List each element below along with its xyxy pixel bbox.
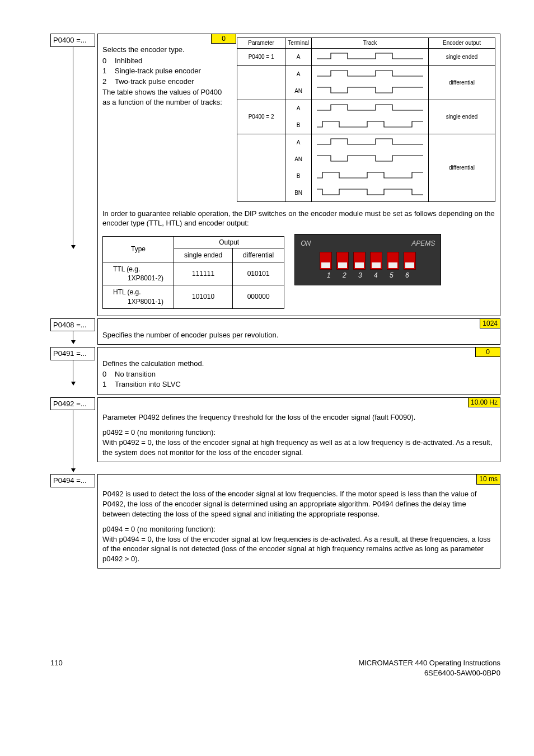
enc-type: HTL (e.g.1XP8001-1) <box>103 285 174 308</box>
connector-arrow <box>73 360 95 385</box>
dip-num: 4 <box>370 271 381 280</box>
p0491-row: P0491 =... 0 Defines the calculation met… <box>50 347 500 395</box>
p0408-row: P0408 =... 1024 Specifies the number of … <box>50 318 500 345</box>
p0492-default-highlight: 10.00 Hz <box>468 397 500 407</box>
p0408-label: P0408 =... <box>50 318 95 332</box>
connector-arrow <box>73 410 95 472</box>
wave-track <box>312 65 429 83</box>
wave-sig: A <box>285 100 312 117</box>
p0400-intro: Selects the encoder type. <box>102 45 231 55</box>
p0491-label: P0491 =... <box>50 347 95 360</box>
wave-out: differential <box>429 134 495 201</box>
enc-val: 101010 <box>174 285 233 308</box>
p0492-para1: Parameter P0492 defines the frequency th… <box>102 412 495 422</box>
footer-line1: MICROMASTER 440 Operating Instructions <box>358 658 500 668</box>
opt-text: No transition <box>115 370 156 378</box>
p0400-label: P0400 =... <box>50 34 95 47</box>
opt-num: 0 <box>102 56 115 66</box>
dip-num: 6 <box>401 271 413 280</box>
p0494-content: 10 ms P0492 is used to detect the loss o… <box>97 474 500 569</box>
wave-sig: AN <box>285 83 312 100</box>
opt-text: Single-track pulse encoder <box>115 67 201 75</box>
wave-track <box>312 117 429 134</box>
opt-text: Two-track pulse encoder <box>115 77 194 86</box>
wave-param <box>237 65 285 100</box>
enc-th: Type <box>103 236 174 262</box>
wave-out: single ended <box>429 48 495 65</box>
wave-track <box>312 100 429 117</box>
enc-th: single ended <box>174 248 233 262</box>
opt-num: 2 <box>102 77 115 87</box>
wave-param: P0400 = 1 <box>237 48 285 65</box>
wave-track <box>312 185 429 202</box>
wave-sig: B <box>285 168 312 185</box>
dip-num: 5 <box>386 271 397 280</box>
wave-sig: A <box>285 134 312 151</box>
wave-th: Parameter <box>237 38 285 49</box>
dip-brand-label: APEMS <box>411 239 435 248</box>
opt-num: 1 <box>102 379 115 389</box>
p0491-content: 0 Defines the calculation method. 0No tr… <box>97 347 500 395</box>
connector-arrow <box>73 47 73 248</box>
waveform-table: Parameter Terminal Track Encoder output … <box>237 37 495 202</box>
wave-sig: AN <box>285 151 312 168</box>
encoder-type-table: Type Output single ended differential TT… <box>102 236 284 309</box>
enc-type: TTL (e.g.1XP8001-2) <box>103 262 174 285</box>
opt-text: Inhibited <box>115 57 142 65</box>
dip-num: 1 <box>323 271 334 280</box>
wave-track <box>312 134 429 151</box>
opt-num: 0 <box>102 369 115 379</box>
p0494-default-highlight: 10 ms <box>476 474 500 484</box>
p0491-text: Defines the calculation method. <box>102 359 495 369</box>
p0494-label: P0494 =... <box>50 474 95 487</box>
footer-line2: 6SE6400-5AW00-0BP0 <box>358 668 500 678</box>
p0491-default-highlight: 0 <box>475 347 500 357</box>
opt-text: Transition into SLVC <box>115 380 181 388</box>
p0494-para1: P0492 is used to detect the loss of the … <box>102 489 495 519</box>
page-footer: 110 MICROMASTER 440 Operating Instructio… <box>50 658 500 678</box>
p0492-label: P0492 =... <box>50 397 95 411</box>
p0408-default-highlight: 1024 <box>480 318 500 328</box>
p0494-para2a: p0494 = 0 (no monitoring function): <box>102 524 495 534</box>
dip-on-label: ON <box>301 239 311 248</box>
wave-param <box>237 134 285 201</box>
opt-num: 1 <box>102 66 115 76</box>
dip-switch-image: ONAPEMS 1 2 3 4 5 6 <box>294 234 441 285</box>
p0494-para2b: With p0494 = 0, the loss of the encoder … <box>102 534 495 564</box>
p0400-content: 0 Selects the encoder type. 0Inhibited 1… <box>97 34 500 316</box>
enc-th: Output <box>174 236 284 248</box>
connector-arrow <box>73 331 95 344</box>
p0408-text: Specifies the number of encoder pulses p… <box>102 330 495 340</box>
wave-th: Encoder output <box>429 38 495 49</box>
dip-num: 3 <box>354 271 366 280</box>
p0492-para2b: With p0492 = 0, the loss of the encoder … <box>102 438 495 457</box>
p0408-content: 1024 Specifies the number of encoder pul… <box>97 318 500 345</box>
p0494-row: P0494 =... 10 ms P0492 is used to detect… <box>50 474 500 569</box>
p0400-row: P0400 =... 0 Selects the encoder type. 0… <box>50 34 500 316</box>
p0400-below: The table shows the values of P0400 as a… <box>102 87 231 107</box>
wave-track <box>312 83 429 100</box>
wave-sig: A <box>285 65 312 83</box>
enc-val: 111111 <box>174 262 233 285</box>
enc-val: 010101 <box>233 262 284 285</box>
wave-sig: B <box>285 117 312 134</box>
p0492-row: P0492 =... 10.00 Hz Parameter P0492 defi… <box>50 397 500 472</box>
wave-out: single ended <box>429 100 495 134</box>
wave-param: P0400 = 2 <box>237 100 285 134</box>
wave-out: differential <box>429 65 495 100</box>
wave-th: Track <box>312 38 429 49</box>
wave-sig: A <box>285 48 312 65</box>
p0492-content: 10.00 Hz Parameter P0492 defines the fre… <box>97 397 500 462</box>
enc-th: differential <box>233 248 284 262</box>
enc-val: 000000 <box>233 285 284 308</box>
wave-track <box>312 48 429 65</box>
p0400-note: In order to guarantee reliable operation… <box>102 209 495 228</box>
page-number: 110 <box>50 658 63 678</box>
p0492-para2a: p0492 = 0 (no monitoring function): <box>102 428 495 438</box>
dip-num: 2 <box>339 271 350 280</box>
wave-track <box>312 168 429 185</box>
wave-sig: BN <box>285 185 312 202</box>
wave-track <box>312 151 429 168</box>
wave-th: Terminal <box>285 38 312 49</box>
p0400-default-highlight: 0 <box>211 34 236 44</box>
